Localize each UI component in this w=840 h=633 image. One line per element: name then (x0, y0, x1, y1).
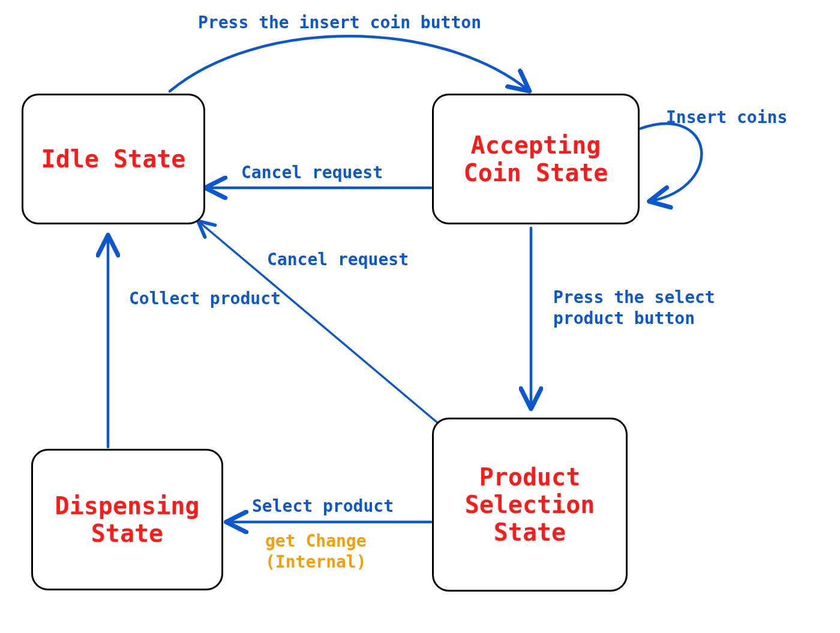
label-accepting-self: Insert coins (666, 107, 787, 128)
label-dispensing-to-idle: Collect product (129, 288, 281, 309)
label-idle-to-accepting: Press the insert coin button (198, 12, 481, 33)
state-dispensing-label: Dispensing State (55, 492, 200, 547)
state-dispensing: Dispensing State (31, 449, 223, 590)
state-product-selection-label: Product Selection State (465, 463, 595, 546)
state-idle-label: Idle State (41, 145, 186, 173)
label-product-to-dispensing-internal: get Change (Internal) (265, 530, 367, 572)
label-accepting-to-product: Press the select product button (553, 287, 715, 329)
edge-accepting-self (639, 124, 701, 201)
label-product-to-dispensing: Select product (252, 496, 394, 517)
state-accepting-coin-label: Accepting Coin State (464, 131, 608, 187)
label-product-to-idle: Cancel request (267, 249, 409, 270)
label-accepting-to-idle: Cancel request (241, 162, 383, 183)
state-idle: Idle State (22, 94, 205, 224)
state-diagram: Idle State Accepting Coin State Product … (0, 0, 840, 633)
state-accepting-coin: Accepting Coin State (432, 94, 640, 224)
state-product-selection: Product Selection State (432, 418, 628, 592)
edge-idle-to-accepting (170, 36, 528, 91)
